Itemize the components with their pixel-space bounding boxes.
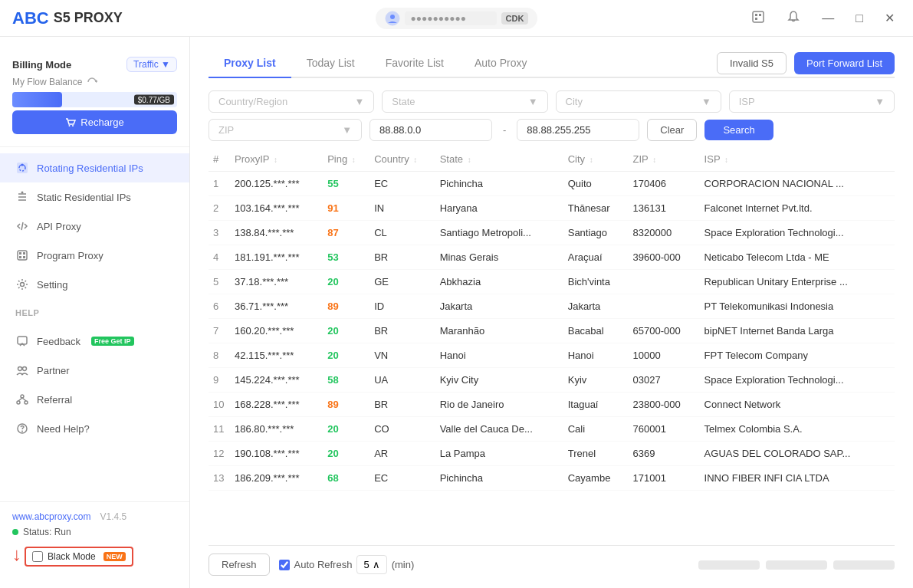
cell-ping: 20 bbox=[323, 270, 369, 294]
close-button[interactable]: ✕ bbox=[879, 8, 901, 28]
tab-proxy-list[interactable]: Proxy List bbox=[209, 49, 291, 78]
search-button[interactable]: Search bbox=[704, 120, 773, 140]
billing-mode-select[interactable]: Traffic ▼ bbox=[126, 57, 177, 72]
state-select[interactable]: State ▼ bbox=[382, 90, 547, 113]
cell-isp: bipNET Internet Banda Larga bbox=[700, 319, 895, 343]
ip-from-input[interactable] bbox=[369, 119, 492, 141]
cell-ip: 190.108.***.*** bbox=[230, 442, 323, 466]
cell-country: GE bbox=[369, 270, 435, 294]
cell-num: 9 bbox=[209, 368, 230, 393]
sidebar-item-feedback[interactable]: Feedback Free Get IP bbox=[0, 327, 189, 356]
cell-state: Maranhão bbox=[435, 319, 563, 343]
ip-to-input[interactable] bbox=[517, 119, 639, 141]
notification-icon-btn[interactable] bbox=[780, 7, 806, 30]
cell-state: Valle del Cauca De... bbox=[435, 417, 563, 442]
bottom-btn-2[interactable] bbox=[766, 560, 827, 570]
svg-point-7 bbox=[69, 125, 71, 126]
cell-ip: 160.20.***.*** bbox=[230, 319, 323, 343]
free-badge: Free Get IP bbox=[91, 337, 134, 346]
cell-zip: 10000 bbox=[629, 343, 700, 368]
sidebar-item-api[interactable]: API Proxy bbox=[0, 212, 189, 241]
bottom-btn-1[interactable] bbox=[698, 560, 760, 570]
interval-select[interactable]: 5 ∧ bbox=[356, 555, 386, 574]
cell-ping: 20 bbox=[323, 442, 369, 466]
table-row: 2 103.164.***.*** 91 IN Haryana Thānesar… bbox=[209, 196, 895, 221]
maximize-button[interactable]: □ bbox=[849, 8, 869, 28]
country-region-select[interactable]: Country/Region ▼ bbox=[209, 90, 374, 113]
user-area: ●●●●●●●●●● CDK bbox=[376, 8, 538, 29]
cell-ping: 68 bbox=[323, 466, 369, 491]
cell-city: Trenel bbox=[563, 442, 629, 466]
refresh-button[interactable]: Refresh bbox=[209, 554, 270, 576]
cell-city: Itaguaí bbox=[563, 393, 629, 417]
zip-select[interactable]: ZIP ▼ bbox=[209, 119, 362, 141]
main-content: Proxy List Today List Favorite List Auto… bbox=[190, 37, 913, 588]
cell-isp: Falconet Internet Pvt.ltd. bbox=[700, 196, 895, 221]
sidebar-item-referral[interactable]: Referral bbox=[0, 385, 189, 414]
cell-state: Minas Gerais bbox=[435, 245, 563, 270]
status-text: Status: Run bbox=[23, 527, 71, 537]
cell-city: Santiago bbox=[563, 221, 629, 245]
cell-state: Rio de Janeiro bbox=[435, 393, 563, 417]
sidebar-item-program[interactable]: Program Proxy bbox=[0, 241, 189, 270]
invalid-s5-button[interactable]: Invalid S5 bbox=[717, 52, 787, 74]
black-mode-label: Black Mode bbox=[48, 551, 96, 562]
cell-num: 5 bbox=[209, 270, 230, 294]
cell-ping: 87 bbox=[323, 221, 369, 245]
svg-rect-12 bbox=[18, 251, 27, 260]
col-header-state: State ↕ bbox=[435, 147, 563, 172]
interval-value: 5 bbox=[363, 559, 369, 570]
sidebar-item-label-api: API Proxy bbox=[37, 221, 81, 232]
sidebar-item-static[interactable]: Static Residential IPs bbox=[0, 182, 189, 212]
tab-today-list[interactable]: Today List bbox=[291, 49, 370, 78]
cell-isp: PT Telekomunikasi Indonesia bbox=[700, 294, 895, 319]
cell-country: BR bbox=[369, 393, 435, 417]
help-icon bbox=[15, 422, 29, 435]
tab-auto-proxy[interactable]: Auto Proxy bbox=[459, 49, 542, 78]
bottom-btn-3[interactable] bbox=[833, 560, 895, 570]
ip-range-separator: - bbox=[500, 124, 509, 136]
bell-icon bbox=[787, 10, 800, 24]
cell-ping: 20 bbox=[323, 343, 369, 368]
city-select[interactable]: City ▼ bbox=[556, 90, 721, 113]
minimize-button[interactable]: — bbox=[816, 8, 840, 28]
proxy-table-container: # ProxyIP ↕ Ping ↕ Country ↕ State ↕ Cit… bbox=[209, 147, 895, 542]
app-logo: ABC S5 PROXY bbox=[12, 8, 308, 28]
logo-abc: ABC bbox=[12, 8, 49, 28]
svg-rect-14 bbox=[23, 252, 25, 255]
svg-point-25 bbox=[21, 431, 23, 432]
tab-favorite-list[interactable]: Favorite List bbox=[370, 49, 459, 78]
cell-city: Bacabal bbox=[563, 319, 629, 343]
sidebar-item-setting[interactable]: Setting bbox=[0, 270, 189, 299]
black-mode-checkbox[interactable] bbox=[32, 551, 43, 562]
flow-bar-fill bbox=[12, 92, 62, 107]
port-forward-button[interactable]: Port Forward List bbox=[794, 52, 895, 74]
sidebar-item-partner[interactable]: Partner bbox=[0, 356, 189, 385]
footer-link[interactable]: www.abcproxy.com bbox=[12, 511, 90, 522]
sidebar-item-needhelp[interactable]: Need Help? bbox=[0, 414, 189, 443]
isp-select[interactable]: ISP ▼ bbox=[729, 90, 895, 113]
svg-point-11 bbox=[21, 192, 24, 194]
header-buttons: Invalid S5 Port Forward List bbox=[717, 52, 895, 74]
col-header-country: Country ↕ bbox=[369, 147, 435, 172]
arrow-indicator: ↓ bbox=[12, 544, 21, 565]
cell-num: 13 bbox=[209, 466, 230, 491]
table-row: 3 138.84.***.*** 87 CL Santiago Metropol… bbox=[209, 221, 895, 245]
cell-ip: 186.209.***.*** bbox=[230, 466, 323, 491]
static-icon bbox=[15, 190, 29, 204]
table-header: # ProxyIP ↕ Ping ↕ Country ↕ State ↕ Cit… bbox=[209, 147, 895, 172]
table-body: 1 200.125.***.*** 55 EC Pichincha Quito … bbox=[209, 172, 895, 491]
sidebar-item-label-feedback: Feedback bbox=[37, 336, 80, 347]
recharge-button[interactable]: Recharge bbox=[12, 110, 177, 134]
settings-icon-btn[interactable] bbox=[745, 7, 771, 30]
filters-row-2: ZIP ▼ - Clear Search bbox=[209, 119, 895, 141]
cell-zip bbox=[629, 270, 700, 294]
cell-state: Kyiv City bbox=[435, 368, 563, 393]
cell-state: Pichincha bbox=[435, 466, 563, 491]
svg-point-21 bbox=[21, 395, 24, 398]
sidebar-item-rotating[interactable]: Rotating Residential IPs bbox=[0, 153, 189, 182]
svg-point-20 bbox=[23, 367, 27, 371]
cell-num: 1 bbox=[209, 172, 230, 196]
auto-refresh-checkbox[interactable] bbox=[279, 560, 290, 570]
clear-button[interactable]: Clear bbox=[647, 119, 697, 141]
